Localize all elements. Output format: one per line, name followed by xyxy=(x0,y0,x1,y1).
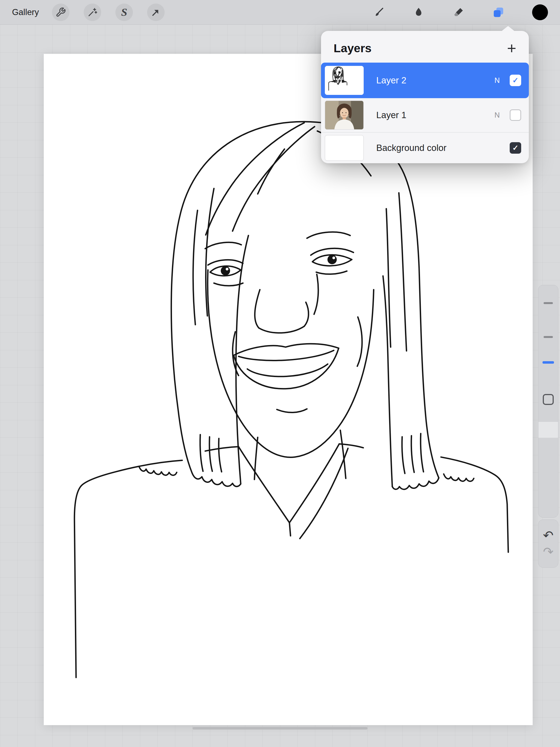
procreate-app-screen: Gallery S xyxy=(0,0,560,747)
layer-2-thumbnail-art xyxy=(325,66,363,95)
layers-icon xyxy=(492,6,505,19)
smudge-tool-button[interactable] xyxy=(412,6,425,19)
home-indicator[interactable] xyxy=(193,727,367,729)
opacity-slider-handle[interactable] xyxy=(538,422,558,438)
wrench-icon xyxy=(55,7,66,18)
selection-button[interactable]: S xyxy=(116,4,133,21)
layers-panel-title: Layers xyxy=(334,42,372,55)
layer-list: Layer 2 N ✓ xyxy=(321,62,529,163)
redo-button[interactable]: ↷ xyxy=(543,545,554,558)
left-tool-group: S xyxy=(52,4,164,21)
adjustments-button[interactable] xyxy=(84,4,101,21)
layer-2-thumbnail[interactable] xyxy=(325,66,364,95)
brush-size-tick xyxy=(543,336,553,338)
selection-icon: S xyxy=(121,6,127,19)
background-color-thumbnail[interactable] xyxy=(325,135,364,161)
layer-2-visibility-checkbox[interactable]: ✓ xyxy=(510,75,521,86)
layers-panel: Layers + Layer 2 N ✓ xyxy=(321,31,529,163)
undo-button[interactable]: ↶ xyxy=(543,529,554,542)
brush-size-slider-handle[interactable] xyxy=(542,361,554,364)
eraser-tool-button[interactable] xyxy=(452,6,465,19)
layer-label: Layer 1 xyxy=(376,110,406,120)
brush-size-tick xyxy=(543,302,553,304)
layer-label: Layer 2 xyxy=(376,75,406,85)
layer-1-photo xyxy=(325,101,363,129)
layers-panel-button[interactable] xyxy=(492,6,505,19)
smudge-icon xyxy=(413,6,425,18)
magic-wand-icon xyxy=(87,7,98,18)
blend-mode-button[interactable]: N xyxy=(491,76,503,85)
check-icon: ✓ xyxy=(512,144,519,152)
add-layer-button[interactable]: + xyxy=(505,40,518,56)
background-visibility-checkbox[interactable]: ✓ xyxy=(510,142,521,154)
gallery-button[interactable]: Gallery xyxy=(12,7,39,17)
layers-panel-header: Layers + xyxy=(321,31,529,62)
transform-arrow-icon xyxy=(151,7,161,18)
layer-row-layer-2[interactable]: Layer 2 N ✓ xyxy=(321,62,529,98)
layer-row-background-color[interactable]: Background color ✓ xyxy=(321,132,529,163)
actions-button[interactable] xyxy=(52,4,70,21)
brush-tool-button[interactable] xyxy=(373,6,385,19)
transform-button[interactable] xyxy=(147,4,164,21)
eraser-icon xyxy=(453,6,464,18)
top-toolbar: Gallery S xyxy=(0,0,560,25)
sidebar-slider-bar xyxy=(538,285,558,518)
check-icon: ✓ xyxy=(512,76,519,85)
current-color-swatch[interactable] xyxy=(532,4,548,20)
right-tool-group xyxy=(373,4,548,20)
layer-1-thumbnail[interactable] xyxy=(325,101,364,130)
brush-icon xyxy=(373,6,385,18)
panel-caret xyxy=(502,26,515,31)
modify-button[interactable] xyxy=(543,394,554,405)
layer-1-visibility-checkbox[interactable] xyxy=(510,109,521,121)
layer-row-layer-1[interactable]: Layer 1 N xyxy=(321,98,529,132)
undo-redo-bar: ↶ ↷ xyxy=(538,519,558,568)
blend-mode-button[interactable]: N xyxy=(491,111,503,120)
layer-label: Background color xyxy=(376,143,447,153)
